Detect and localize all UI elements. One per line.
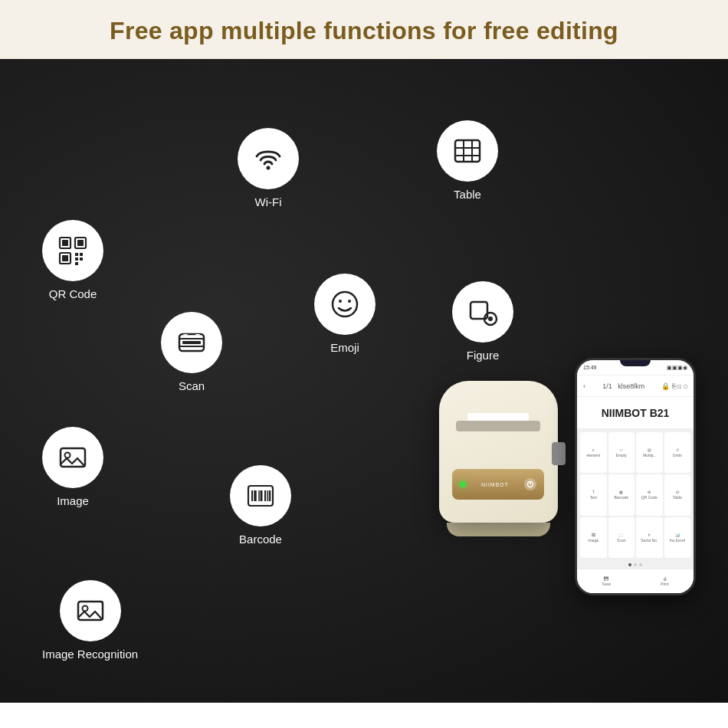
printer-brand-strip: NIIMBOT bbox=[452, 469, 544, 500]
table-label: Table bbox=[454, 188, 481, 201]
svg-rect-8 bbox=[75, 257, 78, 261]
phone-grid-table[interactable]: ⊟ Table bbox=[664, 474, 691, 515]
imgrecog-label: Image Recognition bbox=[42, 648, 138, 661]
phone-body: 15:49 ▣▣▣◉ ‹ 1/1 klse8lkm 🔒 ⎘ ⊡ ⬡ NIIMBO… bbox=[575, 358, 696, 595]
scan-grid-icon: ⬚ bbox=[619, 533, 623, 537]
scan-label: Scan bbox=[179, 379, 205, 392]
phone-grid-empty[interactable]: □ Empty bbox=[608, 432, 635, 473]
phone-grid-multip[interactable]: ▤ Multip.. bbox=[636, 432, 663, 473]
svg-rect-3 bbox=[77, 240, 84, 246]
feature-imgrecog: Image Recognition bbox=[42, 580, 138, 661]
phone-icons: ▣▣▣◉ bbox=[667, 365, 687, 371]
phone-grid-undo[interactable]: ↺ Undo bbox=[664, 432, 691, 473]
excel-icon: 📊 bbox=[675, 533, 680, 537]
phone-grid-image[interactable]: 🖼 Image bbox=[580, 517, 607, 558]
qrcode-label: QR Code bbox=[49, 287, 97, 300]
image-label: Image bbox=[57, 494, 89, 507]
print-icon: 🖨 bbox=[663, 576, 667, 581]
phone-device: 15:49 ▣▣▣◉ ‹ 1/1 klse8lkm 🔒 ⎘ ⊡ ⬡ NIIMBO… bbox=[575, 358, 705, 595]
svg-point-23 bbox=[339, 300, 342, 303]
phone-time: 15:49 bbox=[583, 365, 597, 370]
svg-point-27 bbox=[488, 316, 493, 321]
phone-print-button[interactable]: 🖨 Print bbox=[661, 576, 668, 586]
feature-qrcode: QR Code bbox=[42, 220, 103, 300]
feature-figure: Figure bbox=[452, 281, 513, 362]
feature-scan: Scan bbox=[161, 312, 222, 392]
multip-icon: ▤ bbox=[648, 448, 651, 452]
save-label: Save bbox=[602, 582, 611, 586]
text-label: Text bbox=[590, 495, 597, 500]
image-icon bbox=[42, 427, 103, 488]
multip-label: Multip.. bbox=[643, 453, 655, 457]
phone-grid-barcode[interactable]: ▦ Barcode bbox=[608, 474, 635, 515]
figure-label: Figure bbox=[467, 349, 500, 362]
phone-page-info: 1/1 klse8lkm bbox=[602, 382, 644, 390]
svg-rect-5 bbox=[62, 255, 68, 261]
serial-label: Serial No. bbox=[641, 538, 657, 543]
printer-led bbox=[460, 481, 466, 487]
phone-grid-excel[interactable]: 📊 Ins.Excel bbox=[664, 517, 691, 558]
svg-rect-7 bbox=[80, 253, 83, 256]
printer-body: NIIMBOT bbox=[439, 381, 558, 523]
emoji-icon bbox=[314, 274, 375, 335]
svg-rect-20 bbox=[183, 334, 188, 336]
phone-screen: 15:49 ▣▣▣◉ ‹ 1/1 klse8lkm 🔒 ⎘ ⊡ ⬡ NIIMBO… bbox=[577, 360, 694, 593]
undo-label: Undo bbox=[673, 453, 682, 457]
emoji-label: Emoji bbox=[330, 341, 359, 354]
empty-label: Empty bbox=[616, 453, 627, 457]
svg-rect-6 bbox=[75, 253, 78, 256]
barcode-grid-icon: ▦ bbox=[619, 490, 623, 494]
barcode-grid-label: Barcode bbox=[614, 495, 628, 500]
phone-save-button[interactable]: 💾 Save bbox=[602, 576, 611, 586]
svg-point-39 bbox=[82, 606, 87, 612]
text-icon: T bbox=[592, 490, 595, 494]
svg-rect-9 bbox=[80, 257, 83, 261]
phone-nav-bar: ‹ 1/1 klse8lkm 🔒 ⎘ ⊡ ⬡ bbox=[577, 375, 694, 397]
svg-point-22 bbox=[333, 292, 357, 316]
feature-barcode: Barcode bbox=[230, 465, 291, 546]
phone-back-icon[interactable]: ‹ bbox=[583, 382, 585, 390]
printer-brand-text: NIIMBOT bbox=[481, 482, 509, 487]
header: Free app multiple functions for free edi… bbox=[0, 0, 728, 59]
svg-rect-10 bbox=[75, 262, 78, 265]
phone-grid-qrcode[interactable]: ⊞ QR Code bbox=[636, 474, 663, 515]
scan-grid-label: Scan bbox=[617, 538, 625, 543]
phone-grid-element[interactable]: ≡ element bbox=[580, 432, 607, 473]
printer-slot bbox=[456, 421, 540, 431]
scan-icon bbox=[161, 312, 222, 373]
table-icon bbox=[437, 120, 498, 182]
svg-rect-21 bbox=[195, 334, 200, 336]
qrcode-grid-icon: ⊞ bbox=[648, 490, 651, 494]
svg-point-24 bbox=[348, 300, 351, 303]
phone-grid-text[interactable]: T Text bbox=[580, 474, 607, 515]
phone-grid-scan[interactable]: ⬚ Scan bbox=[608, 517, 635, 558]
qrcode-icon bbox=[42, 220, 103, 281]
barcode-icon bbox=[230, 465, 291, 526]
wifi-icon bbox=[238, 128, 299, 189]
svg-point-11 bbox=[267, 166, 271, 170]
qrcode-grid-label: QR Code bbox=[641, 495, 657, 500]
page-title: Free app multiple functions for free edi… bbox=[15, 17, 713, 45]
figure-icon bbox=[452, 281, 513, 343]
phone-app-grid: ≡ element □ Empty ▤ Multip.. ↺ Undo bbox=[577, 429, 694, 561]
dot-3 bbox=[639, 563, 642, 566]
svg-rect-1 bbox=[62, 240, 68, 246]
printer-plug bbox=[552, 442, 566, 465]
phone-page-dots bbox=[577, 561, 694, 569]
printer-bottom bbox=[447, 523, 550, 536]
table-grid-icon: ⊟ bbox=[676, 490, 679, 494]
excel-label: Ins.Excel bbox=[670, 538, 685, 543]
wifi-label: Wi-Fi bbox=[255, 195, 282, 208]
feature-table: Table bbox=[437, 120, 498, 201]
imgrecog-icon bbox=[60, 580, 121, 641]
printer-device: NIIMBOT bbox=[433, 381, 563, 536]
dot-2 bbox=[634, 563, 637, 566]
phone-grid-serial[interactable]: # Serial No. bbox=[636, 517, 663, 558]
element-label: element bbox=[586, 453, 600, 457]
empty-icon: □ bbox=[620, 448, 622, 452]
save-icon: 💾 bbox=[604, 576, 608, 581]
barcode-label: Barcode bbox=[239, 533, 282, 546]
svg-rect-19 bbox=[182, 341, 201, 344]
printer-power-button[interactable] bbox=[524, 478, 536, 490]
phone-nav-icons: 🔒 ⎘ ⊡ ⬡ bbox=[661, 382, 687, 390]
